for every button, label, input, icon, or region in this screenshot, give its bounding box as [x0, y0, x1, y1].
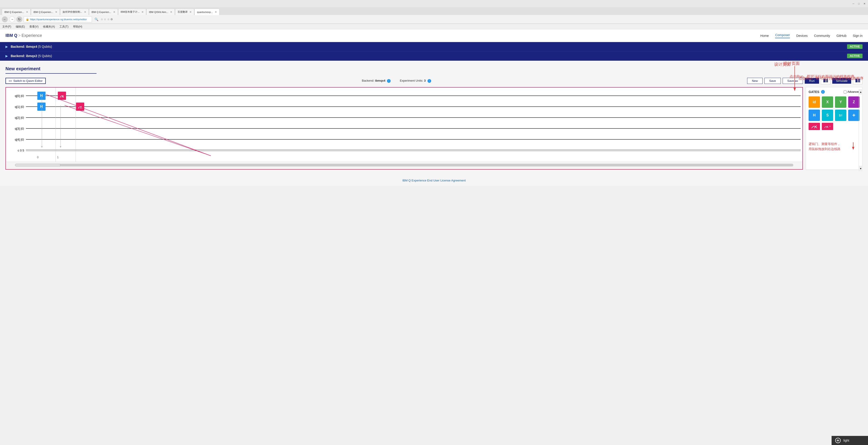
close-icon[interactable]: ✕ [863, 2, 866, 5]
svg-rect-7 [859, 79, 860, 82]
nav-composer[interactable]: Composer [775, 33, 790, 38]
svg-rect-6 [858, 79, 859, 82]
app-header: IBM Q > Experience Home Composer Devices… [0, 29, 868, 42]
footer-link[interactable]: IBM Q Experience End User License Agreem… [402, 179, 466, 182]
gate-h-q1[interactable]: H [37, 103, 45, 111]
nav-home[interactable]: Home [760, 34, 769, 37]
gate-h-q0[interactable]: H [37, 92, 45, 100]
refresh-button[interactable]: ↻ [17, 16, 22, 22]
tab-2[interactable]: 如何评价微软刚...✕ [60, 9, 89, 15]
qubit-label-2: q[2] |0⟩ [8, 116, 26, 119]
backend-banner-1: ▶ Backend: ibmqx2 (5 Qubits) ACTIVE [0, 52, 868, 61]
title-underline [5, 73, 96, 74]
toolbar-left: <> Switch to Qasm Editor [5, 78, 46, 84]
experiment-title: New experiment [5, 66, 863, 71]
gate-measure2-panel-button[interactable]: + [822, 123, 833, 130]
app-footer: IBM Q Experience End User License Agreem… [0, 175, 868, 186]
qubit-wire-4 [26, 139, 801, 140]
gate-measure-panel-button[interactable] [809, 123, 820, 130]
nav-signin[interactable]: Sign in [853, 34, 863, 37]
classical-label: c 0 5 [8, 149, 26, 152]
qubit-row-1: q[1] |0⟩ H [8, 101, 801, 112]
qubit-label-0: q[0] |0⟩ [8, 94, 26, 98]
col-marker-1: 1 [48, 156, 68, 159]
qubit-row-2: q[2] |0⟩ [8, 112, 801, 123]
back-button[interactable]: ← [2, 16, 8, 22]
run-icon-button[interactable] [821, 77, 831, 84]
gate-plus-button[interactable]: + [848, 110, 860, 121]
backend-banner-0: ▶ Backend: ibmqx4 (5 Qubits) ACTIVE [0, 42, 868, 52]
backend-info-icon[interactable]: i [387, 79, 391, 83]
maximize-icon[interactable]: □ [857, 2, 861, 5]
advanced-checkbox-label: Advanced [844, 90, 860, 94]
measure-icon-q0 [59, 93, 65, 99]
gate-y-button[interactable]: Y [835, 96, 846, 108]
gates-info-icon[interactable]: i [821, 90, 825, 94]
menu-edit[interactable]: 编辑(E) [13, 24, 27, 29]
nav-github[interactable]: GitHub [837, 34, 846, 37]
menu-view[interactable]: 查看(V) [27, 24, 41, 29]
menu-file[interactable]: 文件(F) [0, 24, 13, 29]
units-info-icon[interactable]: i [428, 79, 431, 83]
backend-expand-1[interactable]: ▶ [5, 54, 8, 58]
svg-marker-19 [852, 147, 854, 150]
gate-z-button[interactable]: Z [848, 96, 860, 108]
browser-titlebar: ─ □ ✕ [0, 0, 868, 7]
gate-id-button[interactable]: id [809, 96, 820, 108]
gates-scroll-down[interactable]: ▼ [859, 166, 863, 171]
search-button[interactable]: 🔍 [93, 16, 99, 22]
tab-4[interactable]: IBM宣布量子计...✕ [118, 9, 146, 15]
app-logo: IBM Q > Experience [5, 33, 42, 38]
save-button[interactable]: Save [765, 78, 781, 84]
qasm-editor-button[interactable]: <> Switch to Qasm Editor [5, 78, 46, 84]
address-bar[interactable]: 🔒 https://quantumexperience.ng.bluemix.n… [24, 16, 92, 22]
gates-scroll-up[interactable]: ▲ [859, 89, 863, 95]
menu-favorites[interactable]: 收藏夹(A) [41, 24, 57, 29]
url-text: https://quantumexperience.ng.bluemix.net… [30, 18, 87, 21]
tab-3[interactable]: IBM Q Experien...✕ [89, 9, 118, 15]
qubit-wire-0: H [26, 96, 801, 96]
gate-sdagger-button[interactable]: S† [835, 110, 846, 121]
gate-h-panel-button[interactable]: H [809, 110, 820, 121]
logo-ibmq: IBM Q [5, 33, 17, 38]
nav-community[interactable]: Community [814, 34, 830, 37]
circuit-scrollbar [6, 162, 802, 169]
gate-measure-q0[interactable] [58, 92, 66, 100]
svg-line-17 [826, 126, 828, 128]
forward-button[interactable]: → [9, 16, 15, 22]
scrollbar-track[interactable] [15, 164, 793, 166]
qubit-label-3: q[3] |0⟩ [8, 127, 26, 130]
qubit-wire-2 [26, 117, 801, 118]
run-icon [824, 79, 828, 82]
backend-expand-0[interactable]: ▶ [5, 45, 8, 48]
svg-rect-5 [856, 79, 857, 82]
run-button[interactable]: Run [805, 78, 819, 84]
svg-line-16 [814, 126, 816, 128]
menu-tools[interactable]: 工具(T) [57, 24, 70, 29]
tab-7[interactable]: quantumexp...✕ [194, 9, 219, 15]
gates-panel: ▲ ▼ GATES i Advanced id X Y Z [806, 87, 863, 170]
simulate-button[interactable]: Simulate [832, 78, 851, 84]
tab-0[interactable]: IBM Q Experien...✕ [2, 9, 31, 15]
backend-info: Backend: ibmqx4 i [362, 79, 391, 83]
active-badge-0: ACTIVE [847, 44, 863, 49]
annotation-arrow-gates [849, 141, 858, 151]
experiment-toolbar: <> Switch to Qasm Editor Backend: ibmqx4… [5, 77, 863, 84]
tab-1[interactable]: IBM Q Experien...✕ [31, 9, 60, 15]
minimize-icon[interactable]: ─ [851, 2, 855, 5]
tab-6[interactable]: 百度翻译✕ [175, 9, 194, 15]
menu-help[interactable]: 帮助(H) [71, 24, 85, 29]
logo-experience: Experience [22, 33, 42, 38]
gates-header: GATES i Advanced [809, 90, 860, 94]
gate-measure-q1[interactable] [76, 103, 84, 111]
scrollbar-thumb[interactable] [15, 164, 61, 166]
saveas-button[interactable]: Save as [783, 78, 803, 84]
nav-devices[interactable]: Devices [796, 34, 808, 37]
gate-x-button[interactable]: X [822, 96, 833, 108]
classical-row: c 0 5 [8, 147, 801, 154]
advanced-checkbox[interactable] [844, 91, 846, 94]
simulate-icon-button[interactable] [853, 77, 863, 84]
tab-5[interactable]: IBM QISKit Aim...✕ [146, 9, 175, 15]
gate-s-button[interactable]: S [822, 110, 833, 121]
new-button[interactable]: New [747, 78, 763, 84]
